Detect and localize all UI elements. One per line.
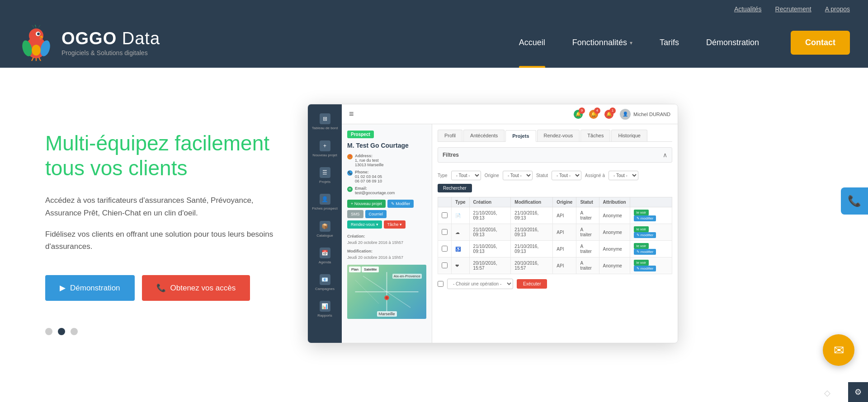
nav-tarifs[interactable]: Tarifs bbox=[646, 18, 693, 68]
row-checkbox-2[interactable] bbox=[442, 229, 448, 235]
voir-btn-1[interactable]: le voir bbox=[634, 210, 649, 215]
user-info[interactable]: 👤 Michel DURAND bbox=[620, 109, 670, 120]
float-settings-button[interactable]: ⚙ bbox=[848, 382, 868, 402]
tache-btn[interactable]: Tâche ▾ bbox=[384, 220, 406, 229]
nav-accueil[interactable]: Accueil bbox=[505, 18, 559, 68]
phone-icon: 📞 bbox=[156, 283, 166, 293]
modification-4: 20/10/2016, 15:57 bbox=[511, 257, 553, 274]
recrutement-link[interactable]: Recrutement bbox=[775, 5, 811, 13]
filter-statut-select[interactable]: - Tout - bbox=[552, 171, 581, 180]
nav-demonstration[interactable]: Démonstration bbox=[693, 18, 773, 68]
bottom-action-bar: - Choisir une opération - Exécuter bbox=[438, 279, 672, 289]
sidebar-item-rapports[interactable]: 📊 Rapports bbox=[308, 296, 342, 322]
modifier-btn-3[interactable]: ✎ modifier bbox=[634, 249, 656, 255]
dot-3[interactable] bbox=[71, 328, 78, 335]
header: OGGO Data Progiciels & Solutions digital… bbox=[0, 18, 868, 68]
svg-point-3 bbox=[37, 33, 40, 35]
type-icon-1: 📄 bbox=[455, 213, 461, 218]
modifier-btn-1[interactable]: ✎ modifier bbox=[634, 215, 656, 221]
filter-assigne-select[interactable]: - Tout - bbox=[609, 171, 638, 180]
float-email-button[interactable]: ✉ bbox=[823, 334, 854, 366]
dot-2[interactable] bbox=[58, 328, 65, 335]
notification-bell-3[interactable]: 🔔 1 bbox=[604, 110, 613, 119]
filter-assigne-label: Assigné à bbox=[585, 173, 605, 178]
row-checkbox-4[interactable] bbox=[442, 262, 448, 268]
creation-1: 21/10/2016, 09:13 bbox=[469, 207, 511, 224]
app-content: Prospect M. Test Go Courtage 📍 Address: … bbox=[342, 124, 678, 343]
sidebar-item-catalogue[interactable]: 📦 Catalogue bbox=[308, 216, 342, 242]
modifier-btn-2[interactable]: ✎ modifier bbox=[634, 232, 656, 238]
tab-taches[interactable]: Tâches bbox=[580, 130, 610, 141]
tab-projets[interactable]: Projets bbox=[505, 130, 536, 142]
logo-title: OGGO Data bbox=[61, 29, 160, 48]
float-phone-button[interactable]: 📞 bbox=[841, 187, 868, 215]
tab-antecedents[interactable]: Antécédents bbox=[463, 130, 505, 141]
type-icon-4: ❤ bbox=[455, 263, 459, 268]
projects-panel: Profil Antécédents Projets Rendez-vous T… bbox=[432, 124, 678, 343]
prospects-icon: 👤 bbox=[320, 194, 330, 205]
settings-icon: ⚙ bbox=[854, 387, 862, 397]
sidebar-item-dashboard[interactable]: ⊞ Tableau de bord bbox=[308, 109, 342, 135]
app-screenshot: ⊞ Tableau de bord + Nouveau projet ☰ Pro… bbox=[307, 104, 678, 343]
access-button[interactable]: 📞 Obtenez vos accès bbox=[142, 275, 250, 301]
row-checkbox-1[interactable] bbox=[442, 212, 448, 218]
tab-historique[interactable]: Historique bbox=[611, 130, 647, 141]
client-name: M. Test Go Courtage bbox=[347, 142, 426, 149]
tab-profil[interactable]: Profil bbox=[438, 130, 462, 141]
sidebar-item-projects[interactable]: ☰ Projets bbox=[308, 163, 342, 188]
search-button[interactable]: Rechercher bbox=[438, 184, 472, 192]
sidebar-item-new-project[interactable]: + Nouveau projet bbox=[308, 136, 342, 162]
modifier-btn[interactable]: ✎ Modifier bbox=[387, 200, 414, 208]
client-panel: Prospect M. Test Go Courtage 📍 Address: … bbox=[342, 124, 432, 343]
sidebar-label-agenda: Agenda bbox=[319, 260, 331, 264]
topbar-icons: 🔔 9 🔔 4 🔔 1 👤 Michel bbox=[574, 109, 670, 120]
notification-bell-2[interactable]: 🔔 4 bbox=[589, 110, 598, 119]
user-avatar: 👤 bbox=[620, 109, 631, 120]
demo-button[interactable]: ▶ Démonstration bbox=[45, 275, 135, 301]
username: Michel DURAND bbox=[633, 112, 670, 117]
statut-4: A traiter bbox=[576, 257, 599, 274]
map-visual: Plan Satellite bbox=[347, 265, 426, 319]
modification-3: 21/10/2016, 09:13 bbox=[511, 241, 553, 257]
statut-3: A traiter bbox=[576, 241, 599, 257]
notification-bell-1[interactable]: 🔔 9 bbox=[574, 110, 583, 119]
filter-collapse-icon[interactable]: ∧ bbox=[663, 151, 667, 159]
filter-type-select[interactable]: - Tout - bbox=[451, 171, 481, 180]
rendezvous-btn[interactable]: Rendez-vous ▾ bbox=[347, 220, 382, 229]
table-row: ❤ 20/10/2016, 15:57 20/10/2016, 15:57 AP… bbox=[438, 257, 672, 274]
main-content: Multi-équipez facilement tous vos client… bbox=[0, 68, 868, 402]
catalogue-icon: 📦 bbox=[320, 221, 330, 232]
voir-btn-4[interactable]: le voir bbox=[634, 260, 649, 266]
courriel-btn[interactable]: Courriel bbox=[365, 210, 387, 218]
table-header-row: Type Création Modification Origine Statu… bbox=[438, 197, 672, 207]
sidebar-item-campagnes[interactable]: 📧 Campagnes bbox=[308, 270, 342, 295]
type-icon-2: ☁ bbox=[455, 230, 460, 235]
app-main: ≡ 🔔 9 🔔 4 🔔 1 bbox=[342, 104, 678, 343]
voir-btn-3[interactable]: le voir bbox=[634, 243, 649, 249]
filter-statut-label: Statut bbox=[536, 173, 548, 178]
contact-button[interactable]: Contact bbox=[791, 31, 850, 55]
sidebar-item-agenda[interactable]: 📅 Agenda bbox=[308, 243, 342, 269]
operation-select[interactable]: - Choisir une opération - bbox=[447, 279, 513, 289]
modifier-btn-4[interactable]: ✎ modifier bbox=[634, 266, 656, 271]
nav-fonctionnalites[interactable]: Fonctionnalités ▾ bbox=[559, 18, 646, 68]
tab-rendezvous[interactable]: Rendez-vous bbox=[537, 130, 580, 141]
hamburger-icon[interactable]: ≡ bbox=[349, 109, 354, 119]
nouveau-projet-btn[interactable]: + Nouveau projet bbox=[347, 200, 386, 208]
sidebar-label-dashboard: Tableau de bord bbox=[312, 126, 338, 131]
svg-point-15 bbox=[386, 296, 388, 299]
actualites-link[interactable]: Actualités bbox=[734, 5, 762, 13]
execute-button[interactable]: Exécuter bbox=[517, 279, 547, 289]
map-city-label: Marseille bbox=[377, 311, 396, 317]
row-checkbox-3[interactable] bbox=[442, 246, 448, 252]
dot-1[interactable] bbox=[45, 328, 52, 335]
filter-origine-select[interactable]: - Tout - bbox=[503, 171, 533, 180]
apropos-link[interactable]: A propos bbox=[825, 5, 850, 13]
voir-btn-2[interactable]: le voir bbox=[634, 226, 649, 232]
sidebar-item-prospects[interactable]: 👤 Fiches prospect bbox=[308, 189, 342, 215]
sms-btn[interactable]: SMS bbox=[347, 210, 363, 218]
statut-2: A traiter bbox=[576, 224, 599, 241]
col-origine: Origine bbox=[553, 197, 576, 207]
app-topbar: ≡ 🔔 9 🔔 4 🔔 1 bbox=[342, 104, 678, 124]
select-all-checkbox[interactable] bbox=[438, 281, 443, 287]
